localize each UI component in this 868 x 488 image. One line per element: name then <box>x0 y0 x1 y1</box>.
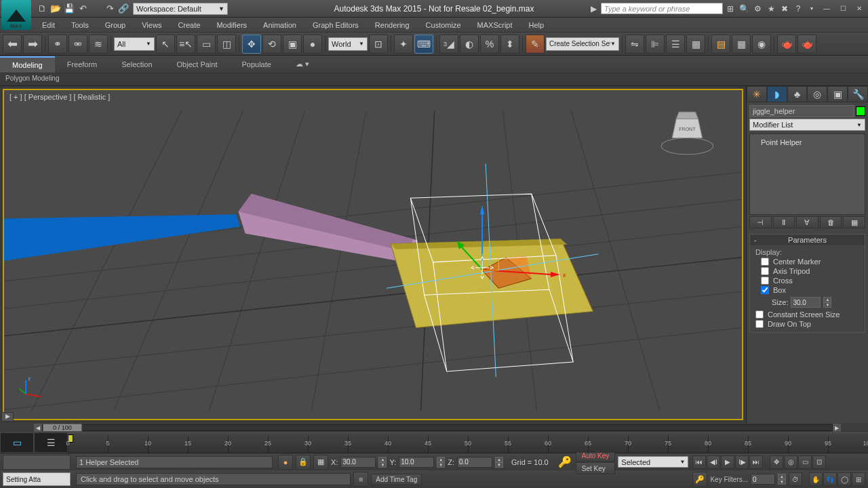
menu-animation[interactable]: Animation <box>255 19 304 31</box>
key-target-combo[interactable]: Selected▼ <box>618 456 688 468</box>
menu-group[interactable]: Group <box>97 19 134 31</box>
current-frame-input[interactable] <box>751 474 775 485</box>
scale-button[interactable]: ▣ <box>283 35 302 54</box>
axis-tripod-checkbox[interactable]: Axis Tripod <box>761 267 859 275</box>
nav-zoom-button[interactable]: ✥ <box>770 455 783 469</box>
x-input[interactable] <box>340 457 376 468</box>
next-frame-button[interactable]: Ⅰ▶ <box>735 455 749 469</box>
menu-create[interactable]: Create <box>170 19 208 31</box>
utilities-tab-icon[interactable]: 🔧 <box>848 86 868 102</box>
nav-orbit-button[interactable]: ◯ <box>837 472 851 486</box>
ribbon-tab-selection[interactable]: Selection <box>109 57 164 72</box>
time-slider[interactable]: 0 / 100 <box>42 424 833 431</box>
refcoord-combo[interactable]: World▼ <box>328 37 368 51</box>
search-icon[interactable]: ▶ <box>587 3 599 15</box>
link-icon[interactable]: 🔗 <box>117 2 130 16</box>
manipulate-button[interactable]: ✦ <box>394 35 413 54</box>
edit-named-sel-button[interactable]: ✎ <box>526 35 545 54</box>
new-icon[interactable]: 🗋 <box>35 2 49 16</box>
maximize-button[interactable]: ☐ <box>835 3 850 14</box>
ribbon-tab-objectpaint[interactable]: Object Paint <box>165 57 230 72</box>
y-input[interactable] <box>399 457 434 468</box>
material-editor-button[interactable]: ◉ <box>752 35 771 54</box>
lock-icon[interactable]: 🔒 <box>296 455 311 470</box>
ribbon-tab-populate[interactable]: Populate <box>229 57 283 72</box>
nav-maxtoggle-button[interactable]: ⊞ <box>852 472 865 486</box>
goto-end-button[interactable]: ⏭ <box>749 455 763 469</box>
hierarchy-tab-icon[interactable]: ♣ <box>787 86 808 102</box>
nav-zoomall-button[interactable]: ◎ <box>784 455 797 469</box>
y-spinner[interactable]: ▲▼ <box>437 457 445 468</box>
angle-snap-button[interactable]: ◐ <box>460 35 479 54</box>
size-spinner[interactable]: ▲▼ <box>823 297 831 308</box>
ribbon-overflow-icon[interactable]: ☁ ▾ <box>283 56 321 72</box>
key-filters-button[interactable]: Key Filters... <box>710 476 748 483</box>
bind-spacewarp-button[interactable]: ≋ <box>89 35 108 54</box>
maxscript-listener-button[interactable]: Setting Atta <box>3 472 71 486</box>
select-name-button[interactable]: ≡↖ <box>176 35 195 54</box>
exchange-icon[interactable]: ⚙ <box>751 3 764 15</box>
menu-customize[interactable]: Customize <box>418 19 469 31</box>
draw-on-top-checkbox[interactable]: Draw On Top <box>755 320 859 328</box>
prev-frame-button[interactable]: ◀Ⅰ <box>707 455 720 469</box>
size-input[interactable] <box>791 297 821 308</box>
schematic-button[interactable]: ▦ <box>732 35 751 54</box>
search-input[interactable]: Type a keyword or phrase <box>601 3 723 14</box>
rollup-header[interactable]: Parameters <box>750 235 865 245</box>
select-region-button[interactable]: ▭ <box>197 35 216 54</box>
modify-tab-icon[interactable]: ◗ <box>767 86 787 102</box>
curve-editor-button[interactable]: ▤ <box>711 35 730 54</box>
menu-maxscript[interactable]: MAXScript <box>469 19 521 31</box>
x-spinner[interactable]: ▲▼ <box>378 457 387 468</box>
ribbon-tab-modeling[interactable]: Modeling <box>0 56 55 73</box>
keyboard-shortcut-button[interactable]: ⌨ <box>414 35 433 54</box>
z-input[interactable] <box>457 457 492 468</box>
display-tab-icon[interactable]: ▣ <box>827 86 848 102</box>
create-tab-icon[interactable]: ✳ <box>747 86 767 102</box>
make-unique-button[interactable]: ∀ <box>796 216 818 228</box>
minimize-button[interactable]: — <box>819 3 834 14</box>
undo-button[interactable]: ⬅ <box>3 35 22 54</box>
set-key-button[interactable]: Set Key <box>576 462 616 474</box>
select-object-button[interactable]: ↖ <box>156 35 175 54</box>
menu-modifiers[interactable]: Modifiers <box>208 19 255 31</box>
window-crossing-button[interactable]: ◫ <box>217 35 236 54</box>
layers-button[interactable]: ☰ <box>666 35 685 54</box>
menu-rendering[interactable]: Rendering <box>367 19 418 31</box>
remove-modifier-button[interactable]: 🗑 <box>820 216 842 228</box>
z-spinner[interactable]: ▲▼ <box>495 457 503 468</box>
menu-grapheditors[interactable]: Graph Editors <box>304 19 367 31</box>
play-button[interactable]: ▶ <box>721 455 734 469</box>
ribbon-toggle-button[interactable]: ▦ <box>686 35 705 54</box>
time-slider-handle[interactable]: 0 / 100 <box>43 424 82 432</box>
nav-zoomext-button[interactable]: ⊡ <box>812 455 826 469</box>
ribbon-tab-freeform[interactable]: Freeform <box>55 57 110 72</box>
time-prev-icon[interactable]: ◀ <box>34 424 42 432</box>
object-name-input[interactable]: jiggle_helper <box>749 105 854 117</box>
isolate-icon[interactable]: ▦ <box>313 455 328 470</box>
set-key-icon[interactable]: 🔑 <box>692 472 707 487</box>
motion-tab-icon[interactable]: ◎ <box>807 86 827 102</box>
selection-lock-icon[interactable]: ● <box>278 455 293 470</box>
move-button[interactable]: ✥ <box>242 35 261 54</box>
time-config-button[interactable]: ⏱ <box>789 472 802 486</box>
mirror-button[interactable]: ⇋ <box>625 35 644 54</box>
nav-pan-button[interactable]: ✋ <box>809 472 823 486</box>
app-logo[interactable]: MAX <box>1 0 31 30</box>
viewport-perspective[interactable]: [ + ] [ Perspective ] [ Realistic ] <box>3 89 743 420</box>
unlink-button[interactable]: ⚮ <box>68 35 87 54</box>
redo-icon[interactable]: ↷ <box>103 2 117 16</box>
named-selection-combo[interactable]: Create Selection Set▼ <box>546 37 619 51</box>
center-marker-checkbox[interactable]: Center Marker <box>761 258 859 266</box>
configure-sets-button[interactable]: ▦ <box>843 216 865 228</box>
link-button[interactable]: ⚭ <box>48 35 67 54</box>
selection-filter-combo[interactable]: All▼ <box>114 37 155 51</box>
object-color-swatch[interactable] <box>856 106 865 116</box>
time-next-icon[interactable]: ▶ <box>833 424 841 432</box>
render-setup-button[interactable]: 🫖 <box>777 35 796 54</box>
show-end-result-button[interactable]: Ⅱ <box>773 216 795 228</box>
trackbar-mini-curve-button[interactable]: ▭ <box>0 432 34 453</box>
add-time-tag-button[interactable]: Add Time Tag <box>371 474 422 485</box>
goto-start-button[interactable]: ⏮ <box>692 455 706 469</box>
ribbon-panel-label[interactable]: Polygon Modeling <box>0 73 868 86</box>
